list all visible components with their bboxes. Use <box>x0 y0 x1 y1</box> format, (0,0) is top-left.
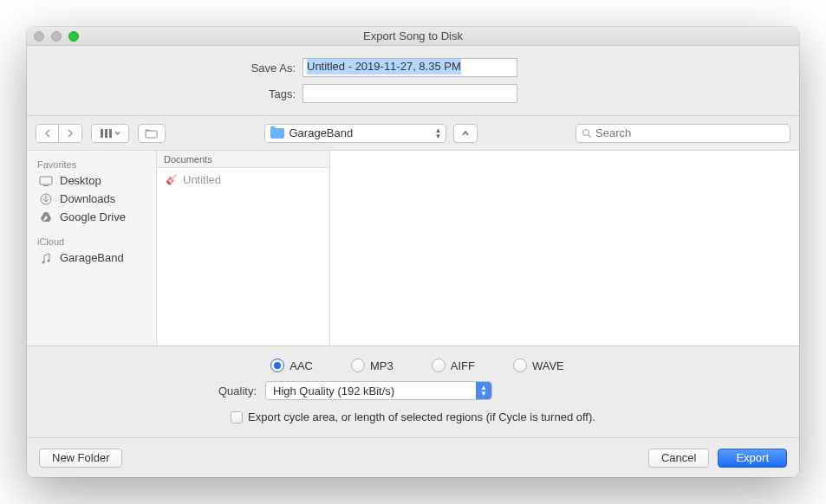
sidebar-item-label: Google Drive <box>60 210 126 223</box>
svg-rect-6 <box>40 177 52 184</box>
sidebar-item-google-drive[interactable]: Google Drive <box>27 208 156 226</box>
format-radio-group: AAC MP3 AIFF WAVE <box>27 359 799 372</box>
folder-icon <box>270 128 284 139</box>
window-title: Export Song to Disk <box>27 29 799 42</box>
export-options: AAC MP3 AIFF WAVE Quality: High Q <box>27 346 799 437</box>
save-as-value: Untitled - 2019-11-27, 8.35 PM <box>307 59 461 74</box>
save-as-label: Save As: <box>27 61 296 74</box>
folder-group-icon <box>145 128 159 139</box>
tags-input[interactable] <box>302 84 517 103</box>
tags-label: Tags: <box>27 87 296 100</box>
sidebar-item-label: Downloads <box>60 192 115 205</box>
svg-point-9 <box>42 261 45 263</box>
format-label: WAVE <box>532 359 564 372</box>
save-form: Save As: Untitled - 2019-11-27, 8.35 PM … <box>27 46 799 116</box>
updown-icon: ▲▼ <box>476 382 491 399</box>
file-browser: Favorites Desktop Downloads Google Drive… <box>27 151 799 346</box>
sidebar-section-favorites: Favorites <box>27 156 156 171</box>
sidebar: Favorites Desktop Downloads Google Drive… <box>27 151 157 346</box>
forward-button[interactable] <box>59 125 81 142</box>
documents-column: Documents 🎸 Untitled <box>157 151 330 346</box>
save-as-input[interactable]: Untitled - 2019-11-27, 8.35 PM <box>302 58 517 77</box>
format-label: AIFF <box>451 359 475 372</box>
garageband-icon <box>39 252 53 264</box>
quality-select[interactable]: High Quality (192 kBit/s) ▲▼ <box>265 381 492 400</box>
svg-point-4 <box>583 129 589 135</box>
cancel-button[interactable]: Cancel <box>648 449 709 468</box>
updown-icon: ▲▼ <box>435 127 442 139</box>
column-header: Documents <box>157 151 329 168</box>
new-folder-button[interactable]: New Folder <box>39 449 122 468</box>
sidebar-item-label: Desktop <box>60 174 101 187</box>
quality-value: High Quality (192 kBit/s) <box>273 384 394 397</box>
format-mp3[interactable]: MP3 <box>351 359 393 372</box>
chevron-down-icon <box>114 131 120 136</box>
chevron-up-icon <box>461 130 470 137</box>
drive-icon <box>39 211 53 223</box>
sidebar-item-desktop[interactable]: Desktop <box>27 171 156 190</box>
location-label: GarageBand <box>289 126 354 139</box>
columns-icon <box>101 129 113 138</box>
downloads-icon <box>39 193 53 205</box>
sidebar-item-garageband[interactable]: GarageBand <box>27 249 156 267</box>
format-aiff[interactable]: AIFF <box>432 359 475 372</box>
format-wave[interactable]: WAVE <box>513 359 564 372</box>
svg-rect-0 <box>101 129 103 138</box>
location-dropdown[interactable]: GarageBand ▲▼ <box>264 124 446 143</box>
back-button[interactable] <box>36 125 59 142</box>
desktop-icon <box>39 175 53 187</box>
export-cycle-checkbox[interactable] <box>231 411 243 423</box>
svg-point-10 <box>48 259 50 262</box>
sidebar-section-icloud: iCloud <box>27 233 156 249</box>
file-label: Untitled <box>183 173 221 186</box>
nav-back-forward <box>36 124 82 143</box>
format-aac[interactable]: AAC <box>270 359 313 372</box>
project-icon: 🎸 <box>166 174 178 186</box>
sidebar-item-label: GarageBand <box>60 251 124 264</box>
collapse-button[interactable] <box>453 124 478 143</box>
titlebar: Export Song to Disk <box>27 27 799 46</box>
quality-label: Quality: <box>27 384 257 397</box>
search-icon <box>582 128 592 139</box>
file-item[interactable]: 🎸 Untitled <box>157 171 329 188</box>
group-button[interactable] <box>138 124 166 143</box>
export-dialog: Export Song to Disk Save As: Untitled - … <box>27 27 799 477</box>
svg-line-5 <box>589 135 591 138</box>
svg-rect-3 <box>146 131 157 138</box>
preview-pane <box>330 151 799 346</box>
format-label: MP3 <box>370 359 393 372</box>
finder-toolbar: GarageBand ▲▼ <box>27 116 799 151</box>
export-cycle-label: Export cycle area, or length of selected… <box>248 410 595 423</box>
format-label: AAC <box>289 359 313 372</box>
export-button[interactable]: Export <box>718 449 787 468</box>
sidebar-item-downloads[interactable]: Downloads <box>27 190 156 208</box>
view-mode-select[interactable] <box>91 124 129 143</box>
svg-rect-2 <box>109 129 112 138</box>
svg-rect-1 <box>105 129 107 138</box>
dialog-footer: New Folder Cancel Export <box>27 437 799 477</box>
search-input[interactable] <box>576 124 790 143</box>
